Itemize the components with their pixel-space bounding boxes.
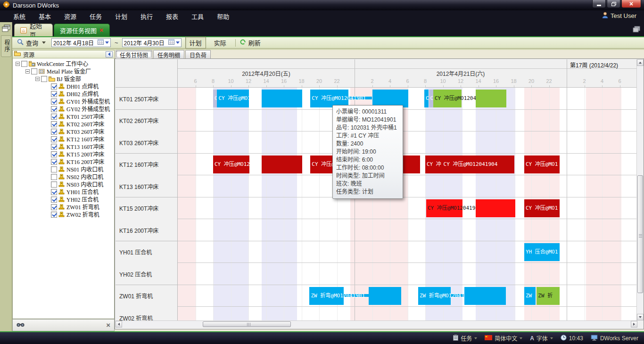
tree-checkbox[interactable]	[51, 159, 57, 165]
gantt-bar[interactable]	[262, 156, 302, 173]
tree-item[interactable]: ZW01 折弯机	[13, 203, 114, 211]
vertical-scrollbar[interactable]	[636, 59, 643, 320]
tree-checkbox[interactable]	[51, 204, 57, 210]
tree-item[interactable]: ZW02 折弯机	[13, 211, 114, 218]
chevron-down-icon[interactable]	[176, 41, 180, 44]
tree-item[interactable]: WorkCenter 工作中心	[13, 60, 114, 67]
gantt-bar[interactable]: YH 压合@MO1	[524, 243, 560, 261]
tree-item[interactable]: KT12 160T冲床	[13, 135, 114, 143]
tree-item[interactable]: NS03 内收口机	[13, 180, 114, 188]
tab-task-detail[interactable]: 任务明细	[153, 50, 184, 58]
tab-close-icon[interactable]	[99, 26, 103, 34]
gantt-bar[interactable]: ZW 折	[537, 287, 560, 305]
tree-item[interactable]: NS01 内收口机	[13, 165, 114, 173]
gantt-bar[interactable]: ZW	[524, 287, 536, 305]
minimize-button[interactable]	[592, 0, 606, 8]
tree-checkbox[interactable]	[51, 114, 57, 120]
menu-system[interactable]: 系统	[7, 10, 32, 22]
tree-item[interactable]: GY02 外桶成型机	[13, 105, 114, 113]
tree-expander-icon[interactable]	[25, 69, 30, 74]
horizontal-scroll-thumb[interactable]	[203, 321, 291, 327]
menu-basic[interactable]: 基本	[32, 10, 58, 22]
tab-resource-task-view[interactable]: 资源任务视图	[54, 24, 110, 36]
gantt-bar[interactable]	[262, 90, 302, 107]
refresh-button[interactable]: 刷新	[239, 38, 261, 47]
tree-item[interactable]: BJ 钣金部	[13, 75, 114, 82]
gantt-bar[interactable]	[476, 90, 507, 107]
scroll-left-button[interactable]	[116, 321, 122, 328]
menu-plan[interactable]: 计划	[108, 10, 134, 22]
scroll-up-button[interactable]	[637, 59, 644, 66]
tree-checkbox[interactable]	[51, 91, 57, 97]
gantt-bar[interactable]: CY 冲压@MO12041901	[217, 90, 249, 107]
tree-checkbox[interactable]	[51, 121, 57, 127]
tree-item[interactable]: NS02 内收口机	[13, 173, 114, 180]
menu-report[interactable]: 报表	[159, 10, 185, 22]
tree-expander-icon[interactable]	[16, 62, 20, 66]
tree-checkbox[interactable]	[51, 144, 57, 150]
tree-item[interactable]: GY01 外桶成型机	[13, 98, 114, 105]
collapse-panel-button[interactable]	[106, 51, 113, 57]
actual-toggle-button[interactable]: 实际	[210, 37, 231, 49]
gantt-bar[interactable]	[476, 199, 515, 217]
tree-checkbox[interactable]	[51, 83, 57, 90]
menu-help[interactable]: 帮助	[210, 10, 236, 22]
menu-execute[interactable]: 执行	[134, 10, 159, 22]
vertical-scroll-thumb[interactable]	[637, 175, 643, 293]
tree-checkbox[interactable]	[51, 151, 57, 157]
gantt-bar[interactable]: C	[429, 90, 433, 107]
status-task[interactable]: 任务	[453, 334, 477, 342]
tree-item[interactable]: DH02 点焊机	[13, 90, 114, 98]
tree-item[interactable]: DH01 点焊机	[13, 82, 114, 90]
date-to-field[interactable]: 2012年 4月30日	[122, 38, 182, 47]
gantt-bar[interactable]: CY 冲压@MO1	[524, 156, 560, 173]
chevron-down-icon[interactable]	[520, 337, 522, 339]
gantt-bar[interactable]: CY 冲压@MO12041904	[442, 156, 515, 173]
gantt-bar[interactable]: CY 冲压@MO1	[524, 199, 560, 217]
window-layout-icon[interactable]	[633, 26, 640, 33]
restore-button[interactable]	[607, 0, 620, 8]
tree-checkbox[interactable]	[21, 61, 27, 67]
tree-item[interactable]: YH02 压合机	[13, 196, 114, 203]
tree-expander-icon[interactable]	[35, 77, 40, 81]
tree-item[interactable]: KT13 160T冲床	[13, 143, 114, 150]
gantt-bar[interactable]: CY 冲压@MO12041902	[433, 90, 462, 107]
horizontal-scrollbar[interactable]	[116, 320, 637, 327]
gantt-bar[interactable]: CY 冲	[425, 156, 442, 173]
menu-task[interactable]: 任务	[83, 10, 108, 22]
tree-item[interactable]: KT02 260T冲床	[13, 120, 114, 128]
tree-checkbox[interactable]	[51, 189, 57, 195]
tree-checkbox[interactable]	[51, 197, 57, 203]
chevron-down-icon[interactable]	[42, 41, 46, 44]
tree-checkbox[interactable]	[51, 174, 57, 180]
gantt-bar[interactable]: CY 冲压@MO12041904	[213, 156, 249, 173]
gantt-bar[interactable]: ZW 折弯@MO12041901	[309, 287, 344, 305]
menu-tools[interactable]: 工具	[185, 10, 210, 22]
tree-checkbox[interactable]	[51, 136, 57, 142]
tree-checkbox[interactable]	[51, 98, 57, 105]
tree-checkbox[interactable]	[51, 181, 57, 188]
menu-resource[interactable]: 资源	[58, 10, 83, 22]
tree-checkbox[interactable]	[31, 68, 37, 74]
tree-checkbox[interactable]	[51, 106, 57, 112]
tree-item[interactable]: Metal Plate 钣金厂	[13, 67, 114, 75]
tab-daily-load[interactable]: 日负荷	[185, 50, 211, 58]
binoculars-icon[interactable]	[17, 321, 25, 329]
gantt-bar[interactable]: CY 冲压@MO12041903	[426, 199, 462, 217]
close-button[interactable]	[621, 0, 641, 8]
tree-item[interactable]: KT15 200T冲床	[13, 150, 114, 158]
tree-item[interactable]: YH01 压合机	[13, 188, 114, 196]
date-from-field[interactable]: 2012年 4月18日	[51, 38, 111, 47]
gantt-bar[interactable]	[369, 287, 401, 305]
close-icon[interactable]	[106, 321, 110, 329]
scroll-right-button[interactable]	[631, 321, 637, 328]
tree-item[interactable]: KT16 200T冲床	[13, 158, 114, 165]
program-side-tab[interactable]: 程序	[1, 35, 11, 57]
chevron-down-icon[interactable]	[474, 337, 477, 339]
tree-checkbox[interactable]	[51, 166, 57, 172]
tree-item[interactable]: KT03 260T冲床	[13, 128, 114, 135]
status-language[interactable]: 简体中文	[485, 334, 522, 342]
gantt-bar[interactable]: C	[424, 90, 429, 107]
chevron-down-icon[interactable]	[105, 41, 109, 44]
tree-item[interactable]: KT01 250T冲床	[13, 113, 114, 120]
